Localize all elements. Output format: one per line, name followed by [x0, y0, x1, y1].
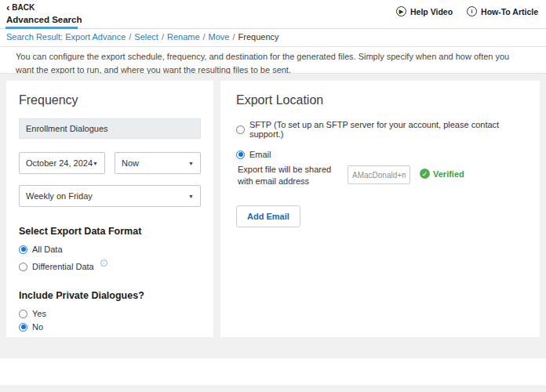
tab-advanced-search[interactable]: Advanced Search: [6, 15, 82, 24]
breadcrumb-current-frequency: Frequency: [238, 32, 279, 42]
top-actions: ▶ Help Video i How-To Article: [396, 6, 538, 16]
breadcrumb-separator: /: [129, 32, 131, 42]
breadcrumb-link-rename[interactable]: Rename: [167, 32, 200, 42]
info-circle-icon: i: [467, 6, 477, 16]
breadcrumb-link-select[interactable]: Select: [134, 32, 158, 42]
export-location-title: Export Location: [236, 93, 524, 107]
frequency-title: Frequency: [19, 93, 201, 107]
help-video-label: Help Video: [410, 7, 453, 16]
radio-label-private-no: No: [32, 322, 43, 332]
radio-label-sftp: SFTP (To set up an SFTP server for your …: [249, 120, 524, 139]
breadcrumb: Search Result: Export Advance / Select /…: [0, 29, 546, 44]
radio-icon-all-data: [19, 245, 27, 254]
verified-badge: ✓ Verified: [420, 169, 464, 179]
radio-icon-differential-data: [19, 263, 27, 271]
verified-label: Verified: [433, 169, 464, 179]
info-banner-text: You can configure the export schedule, f…: [16, 52, 509, 74]
chevron-left-icon: ‹: [6, 4, 9, 11]
export-location-panel: Export Location SFTP (To set up an SFTP …: [220, 81, 540, 337]
how-to-article-label: How-To Article: [481, 7, 538, 16]
time-select[interactable]: Now ▼: [115, 152, 201, 174]
radio-label-differential-data: Differential Data: [32, 262, 94, 271]
radio-private-yes[interactable]: Yes: [19, 309, 201, 318]
breadcrumb-separator: /: [162, 32, 164, 42]
info-banner: You can configure the export schedule, f…: [0, 46, 546, 74]
frequency-panel: Frequency October 24, 2024 ▼ Now ▼ Weekl…: [6, 81, 213, 337]
breadcrumb-separator: /: [233, 32, 235, 42]
breadcrumb-link-move[interactable]: Move: [209, 32, 230, 42]
info-tooltip-icon[interactable]: i: [100, 260, 107, 267]
recurrence-select-value: Weekly on Friday: [26, 191, 93, 201]
breadcrumb-link-export-advance[interactable]: Search Result: Export Advance: [6, 32, 126, 42]
radio-label-private-yes: Yes: [32, 309, 46, 318]
how-to-article-link[interactable]: i How-To Article: [467, 6, 538, 16]
email-share-label: Export file will be shared with email ad…: [238, 164, 338, 188]
recurrence-select[interactable]: Weekly on Friday ▼: [19, 185, 201, 207]
data-format-title: Select Export Data Format: [19, 226, 201, 237]
radio-all-data[interactable]: All Data: [19, 245, 201, 254]
back-label: BACK: [12, 3, 35, 12]
footer-bar: Select Rename Move Frequency Cancel Expo…: [0, 358, 546, 385]
export-name-input[interactable]: [19, 118, 201, 139]
export-frequency-screen: ‹ BACK Advanced Search ▶ Help Video i Ho…: [0, 0, 546, 392]
chevron-down-icon: ▼: [93, 161, 98, 166]
radio-icon-email: [236, 151, 245, 159]
email-address-input[interactable]: [348, 165, 410, 184]
date-select[interactable]: October 24, 2024 ▼: [19, 152, 105, 174]
help-video-link[interactable]: ▶ Help Video: [396, 6, 453, 16]
radio-sftp[interactable]: SFTP (To set up an SFTP server for your …: [236, 120, 524, 139]
radio-label-all-data: All Data: [32, 245, 63, 254]
time-select-value: Now: [122, 158, 139, 168]
play-circle-icon: ▶: [396, 6, 406, 16]
radio-differential-data[interactable]: Differential Data i: [19, 262, 201, 271]
back-button[interactable]: ‹ BACK: [6, 3, 35, 12]
topbar: ‹ BACK Advanced Search ▶ Help Video i Ho…: [0, 0, 546, 29]
add-email-button[interactable]: Add Email: [236, 205, 300, 227]
chevron-down-icon: ▼: [188, 194, 194, 199]
email-share-row: Export file will be shared with email ad…: [238, 164, 524, 188]
page-title: Advanced Search: [6, 15, 82, 24]
radio-icon-private-yes: [19, 310, 27, 318]
check-circle-icon: ✓: [420, 169, 430, 179]
radio-icon-sftp: [236, 125, 245, 134]
chevron-down-icon: ▼: [188, 161, 194, 166]
date-select-value: October 24, 2024: [26, 158, 93, 168]
breadcrumb-separator: /: [203, 32, 206, 42]
radio-label-email: Email: [249, 150, 271, 159]
radio-icon-private-no: [19, 323, 27, 332]
private-dialogues-title: Include Private Dialogues?: [19, 290, 201, 301]
radio-email[interactable]: Email: [236, 150, 524, 159]
radio-private-no[interactable]: No: [19, 322, 201, 332]
schedule-select-row: October 24, 2024 ▼ Now ▼: [19, 152, 201, 174]
bottom-strip: [0, 385, 546, 392]
